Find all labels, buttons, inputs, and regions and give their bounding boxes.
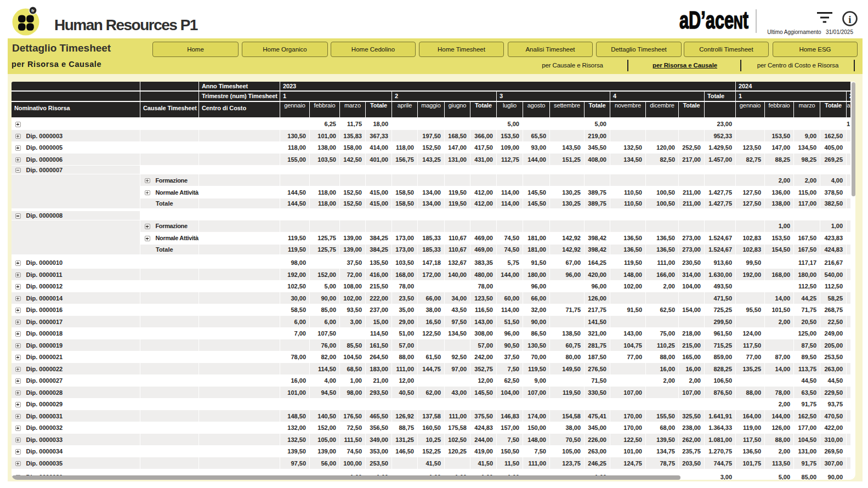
svg-text:aD’aceNt: aD’aceNt <box>679 8 748 31</box>
svg-text:fr: fr <box>31 8 34 13</box>
svg-text:i: i <box>848 14 851 25</box>
